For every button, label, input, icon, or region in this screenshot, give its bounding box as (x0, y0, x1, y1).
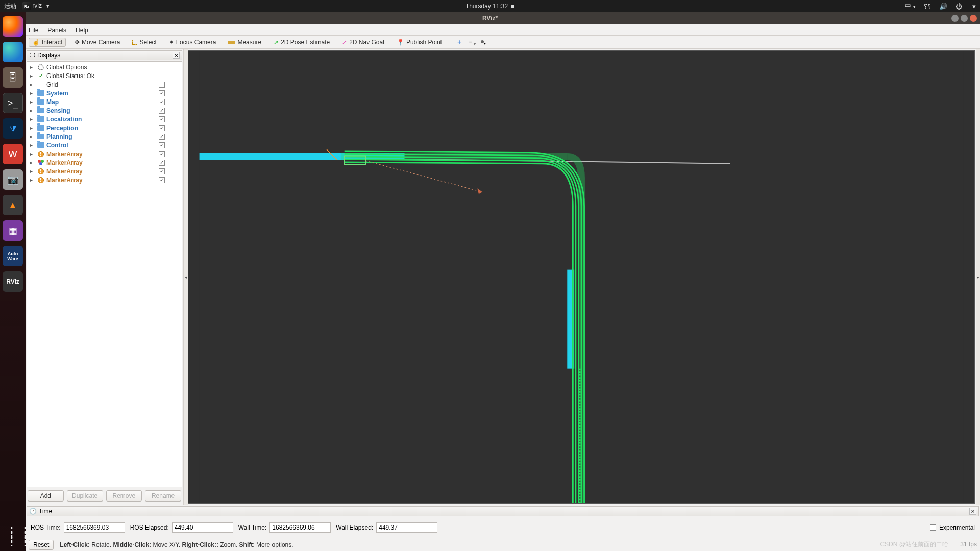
launcher-edge[interactable] (3, 42, 23, 62)
expand-arrow-icon[interactable]: ▸ (30, 160, 35, 165)
expand-arrow-icon[interactable]: ▸ (30, 90, 35, 96)
time-panel-close-button[interactable]: ✕ (969, 508, 976, 515)
display-visibility-checkbox[interactable] (159, 134, 165, 140)
input-method-indicator[interactable]: 中▾ (905, 2, 916, 11)
network-icon[interactable]: ⸮⸮ (924, 3, 931, 10)
display-visibility-checkbox[interactable] (159, 108, 165, 114)
reset-button[interactable]: Reset (29, 540, 54, 550)
3d-viewport[interactable] (188, 50, 975, 504)
right-splitter[interactable]: ▸ (976, 49, 980, 505)
launcher-camera[interactable]: 📷 (3, 169, 23, 190)
display-visibility-checkbox[interactable] (159, 99, 165, 105)
displays-tree-list[interactable]: ▸Global Options▸✓Global Status: Ok▸Grid▸… (27, 62, 141, 487)
activities-button[interactable]: 活动 (4, 2, 16, 11)
add-display-button[interactable]: Add (28, 490, 64, 502)
remove-tool-button[interactable]: －▾ (468, 38, 476, 46)
display-tree-item[interactable]: ▸Perception (27, 123, 141, 132)
expand-arrow-icon[interactable]: ▸ (30, 116, 35, 122)
display-visibility-checkbox[interactable] (159, 125, 165, 131)
launcher-files[interactable]: 🗄 (3, 67, 23, 88)
display-tree-item[interactable]: ▸Planning (27, 132, 141, 141)
menu-panels[interactable]: Panels (47, 27, 66, 34)
launcher-wps[interactable]: W (3, 144, 23, 164)
display-tree-item[interactable]: ▸✓Global Status: Ok (27, 71, 141, 80)
rename-display-button[interactable]: Rename (145, 490, 181, 502)
launcher-dock: 🗄 >_ ⧩ W 📷 ▲ ▦ AutoWare RViz ⋮⋮⋮⋮⋮⋮⋮⋮⋮ (0, 12, 26, 551)
launcher-vscode[interactable]: ⧩ (3, 118, 23, 139)
display-visibility-checkbox[interactable] (159, 151, 165, 157)
tool-publish-point[interactable]: 📍 Publish Point (393, 38, 446, 47)
display-tree-item[interactable]: ▸Grid (27, 80, 141, 89)
display-tree-item[interactable]: ▸System (27, 89, 141, 97)
tool-focus-camera[interactable]: ✦ Focus Camera (165, 38, 220, 47)
expand-arrow-icon[interactable]: ▸ (30, 142, 35, 148)
displays-panel-title-bar[interactable]: 🖵 Displays ✕ (27, 50, 182, 60)
volume-icon[interactable]: 🔊 (939, 3, 947, 10)
menu-help[interactable]: Help (76, 27, 88, 34)
add-tool-button[interactable]: ＋ (456, 38, 462, 46)
launcher-terminal[interactable]: >_ (3, 93, 23, 113)
tool-measure[interactable]: Measure (225, 38, 265, 47)
left-splitter[interactable]: ◂ (184, 49, 188, 505)
display-item-label: MarkerArray (46, 168, 83, 175)
expand-arrow-icon[interactable]: ▸ (30, 73, 35, 79)
displays-panel-close-button[interactable]: ✕ (173, 52, 180, 59)
display-visibility-checkbox[interactable] (159, 177, 165, 183)
expand-arrow-icon[interactable]: ▸ (30, 168, 35, 174)
tool-interact[interactable]: ☝ Interact (29, 38, 66, 47)
tool-properties-button[interactable]: ▾ (481, 38, 486, 46)
duplicate-display-button[interactable]: Duplicate (67, 490, 103, 502)
remove-display-button[interactable]: Remove (106, 490, 142, 502)
time-panel-title-bar[interactable]: 🕐 Time ✕ (27, 506, 979, 516)
tool-2d-nav-goal[interactable]: ➚ 2D Nav Goal (338, 38, 388, 47)
display-visibility-checkbox[interactable] (159, 82, 165, 88)
ros-elapsed-field[interactable] (172, 522, 233, 533)
menubar: File Panels Help (26, 24, 980, 36)
display-visibility-checkbox[interactable] (159, 160, 165, 166)
expand-arrow-icon[interactable]: ▸ (30, 64, 35, 70)
ros-time-field[interactable] (64, 522, 125, 533)
expand-arrow-icon[interactable]: ▸ (30, 125, 35, 131)
display-visibility-checkbox[interactable] (159, 116, 165, 122)
display-tree-item[interactable]: ▸Control (27, 141, 141, 149)
display-tree-item[interactable]: ▸Map (27, 97, 141, 106)
window-maximize-button[interactable] (961, 15, 968, 22)
launcher-firefox[interactable] (3, 16, 23, 37)
tool-measure-label: Measure (237, 39, 261, 46)
launcher-apps-grid[interactable]: ⋮⋮⋮⋮⋮⋮⋮⋮⋮ (3, 527, 23, 547)
power-icon[interactable]: ⏻ (955, 3, 962, 10)
window-minimize-button[interactable] (951, 15, 959, 22)
launcher-autoware[interactable]: AutoWare (3, 246, 23, 266)
display-tree-item[interactable]: ▸MarkerArray (27, 167, 141, 176)
experimental-checkbox[interactable] (930, 524, 936, 531)
display-visibility-checkbox[interactable] (159, 90, 165, 96)
app-menu[interactable]: Rz rviz ▼ (22, 2, 50, 11)
display-tree-item[interactable]: ▸Global Options (27, 63, 141, 71)
expand-arrow-icon[interactable]: ▸ (30, 151, 35, 157)
tool-select[interactable]: Select (129, 38, 160, 47)
display-tree-item[interactable]: ▸Sensing (27, 106, 141, 115)
display-tree-item[interactable]: ▸Localization (27, 115, 141, 123)
launcher-vlc[interactable]: ▲ (3, 195, 23, 215)
tool-2d-pose-estimate[interactable]: ➚ 2D Pose Estimate (270, 38, 333, 47)
launcher-media[interactable]: ▦ (3, 220, 23, 241)
window-close-button[interactable] (970, 15, 977, 22)
launcher-rviz[interactable]: RViz (3, 271, 23, 292)
system-menu-chevron-icon[interactable]: ▾ (972, 3, 976, 10)
wall-time-field[interactable] (270, 522, 331, 533)
display-tree-item[interactable]: ▸MarkerArray (27, 149, 141, 158)
expand-arrow-icon[interactable]: ▸ (30, 134, 35, 139)
expand-arrow-icon[interactable]: ▸ (30, 108, 35, 113)
menu-file[interactable]: File (29, 27, 38, 34)
display-tree-item[interactable]: ▸MarkerArray (27, 176, 141, 184)
expand-arrow-icon[interactable]: ▸ (30, 99, 35, 105)
display-visibility-checkbox[interactable] (159, 168, 165, 174)
display-visibility-checkbox[interactable] (159, 142, 165, 148)
wall-elapsed-field[interactable] (376, 522, 437, 533)
expand-arrow-icon[interactable]: ▸ (30, 82, 35, 87)
tool-move-camera[interactable]: ✥ Move Camera (71, 38, 124, 47)
clock-label: Thursday 11:32 (465, 3, 508, 10)
display-tree-item[interactable]: ▸MarkerArray (27, 158, 141, 167)
clock[interactable]: Thursday 11:32 (465, 3, 514, 10)
expand-arrow-icon[interactable]: ▸ (30, 177, 35, 183)
